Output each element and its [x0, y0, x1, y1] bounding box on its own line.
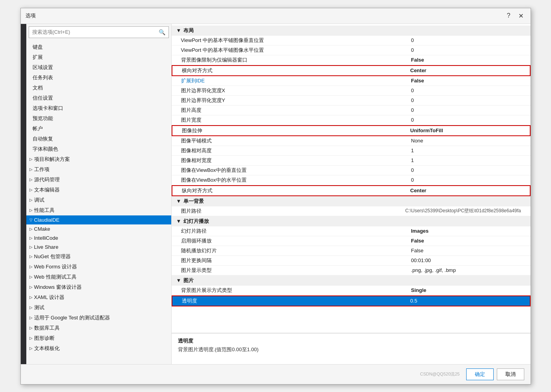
sidebar-item-tabs[interactable]: 选项卡和窗口 — [26, 103, 171, 113]
table-row-image-stretch[interactable]: 图像拉伸 UniformToFill — [172, 125, 531, 136]
setting-name: 随机播放幻灯片 — [181, 247, 411, 254]
section-images[interactable]: ▼ 图片 — [172, 275, 531, 286]
sidebar-group-debug[interactable]: ▷ 调试 — [26, 195, 171, 205]
sidebar-group-webforms[interactable]: ▷ Web Forms 设计器 — [26, 262, 171, 272]
sidebar-group-label: Live Share — [34, 244, 59, 250]
table-row[interactable]: ViewPort 中的基本平铺图像垂直位置 0 — [172, 36, 531, 46]
table-row[interactable]: 图片高度 0 — [172, 106, 531, 115]
sidebar-group-liveshare[interactable]: ▷ Live Share — [26, 242, 171, 252]
table-row[interactable]: ViewPort 中的基本平铺图像水平位置 0 — [172, 46, 531, 55]
help-button[interactable]: ? — [505, 11, 513, 20]
sidebar-group-nuget[interactable]: ▷ NuGet 包管理器 — [26, 252, 171, 262]
sidebar-group-label: XAML 设计器 — [34, 294, 65, 301]
setting-value: 0 — [411, 177, 521, 183]
chevron-right-icon: ▷ — [29, 177, 33, 182]
sidebar-group-label: Windows 窗体设计器 — [34, 284, 82, 291]
sidebar-group-winforms[interactable]: ▷ Windows 窗体设计器 — [26, 282, 171, 292]
sidebar-group-webperf[interactable]: ▷ Web 性能测试工具 — [26, 272, 171, 282]
sidebar-group-claudia[interactable]: ▽ ClaudialDE — [26, 215, 171, 224]
chevron-right-icon: ▷ — [29, 198, 33, 202]
sidebar-item-account[interactable]: 帐户 — [26, 124, 171, 134]
chevron-right-icon: ▷ — [29, 336, 33, 340]
settings-table: ▼ 布局 ViewPort 中的基本平铺图像垂直位置 0 ViewPort 中的… — [172, 24, 531, 333]
table-row-vertical-align[interactable]: 纵向对齐方式 Center — [172, 185, 531, 196]
close-button[interactable]: ✕ — [516, 11, 526, 20]
chevron-right-icon: ▷ — [29, 275, 33, 279]
dialog-title: 选项 — [26, 12, 36, 19]
sidebar-group-label: NuGet 包管理器 — [34, 253, 71, 260]
setting-name: ViewPort 中的基本平铺图像水平位置 — [181, 47, 411, 54]
sidebar-group-label: 文本编辑器 — [34, 186, 60, 193]
chevron-right-icon: ▷ — [29, 236, 33, 240]
sidebar-item-tasklist[interactable]: 任务列表 — [26, 73, 171, 83]
sidebar-group-graphics[interactable]: ▷ 图形诊断 — [26, 333, 171, 343]
sidebar-item-preview[interactable]: 预览功能 — [26, 113, 171, 124]
sidebar-item-locale[interactable]: 区域设置 — [26, 62, 171, 73]
table-row[interactable]: 随机播放幻灯片 False — [172, 246, 531, 256]
table-row[interactable]: 幻灯片路径 Images — [172, 226, 531, 236]
section-slideshow[interactable]: ▼ 幻灯片播放 — [172, 216, 531, 226]
chevron-right-icon: ▷ — [29, 245, 33, 249]
setting-name: 图片边界羽化宽度X — [181, 87, 411, 94]
section-singlebg[interactable]: ▼ 单一背景 — [172, 196, 531, 206]
sidebar-item-autorecover[interactable]: 自动恢复 — [26, 134, 171, 144]
dialog-footer: CSDN@QQ520流25 确定 取消 — [21, 364, 531, 384]
table-row[interactable]: 图片宽度 0 — [172, 115, 531, 125]
sidebar-group-sourcecontrol[interactable]: ▷ 源代码管理 — [26, 175, 171, 185]
table-row[interactable]: 图像相对高度 1 — [172, 146, 531, 156]
setting-value: False — [411, 248, 521, 253]
sidebar-group-label: 文本模板化 — [34, 345, 60, 352]
dialog-body: 🔍 键盘 扩展 区域设置 任务列表 文档 信任设置 选项卡和窗口 预览功能 帐户… — [21, 24, 531, 364]
table-row[interactable]: 图片路径 C:\Users\25399\Desktop\PC壁纸\t01d2f8… — [172, 206, 531, 216]
sidebar-item-docs[interactable]: 文档 — [26, 83, 171, 93]
search-box[interactable]: 🔍 — [29, 26, 169, 38]
sidebar-item-fonts[interactable]: 字体和颜色 — [26, 144, 171, 154]
sidebar-group-workitems[interactable]: ▷ 工作项 — [26, 164, 171, 175]
table-row[interactable]: 图片边界羽化宽度Y 0 — [172, 96, 531, 106]
sidebar-group-cmake[interactable]: ▷ CMake — [26, 224, 171, 233]
table-row[interactable]: 图像在ViewBox中的水平位置 0 — [172, 175, 531, 185]
search-input[interactable] — [32, 29, 159, 35]
sidebar-group-label: ClaudialDE — [34, 217, 60, 223]
sidebar-group-texteditor[interactable]: ▷ 文本编辑器 — [26, 185, 171, 195]
sidebar-group-project[interactable]: ▷ 项目和解决方案 — [26, 154, 171, 164]
collapse-icon: ▼ — [176, 27, 181, 33]
table-row[interactable]: 图像平铺模式 None — [172, 136, 531, 146]
table-row[interactable]: 图片更换间隔 00:01:00 — [172, 256, 531, 266]
sidebar-item-extensions[interactable]: 扩展 — [26, 52, 171, 62]
section-layout[interactable]: ▼ 布局 — [172, 26, 531, 36]
sidebar-group-googletest[interactable]: ▷ 适用于 Google Test 的测试适配器 — [26, 313, 171, 323]
sidebar-item-keyboard[interactable]: 键盘 — [26, 42, 171, 52]
table-row[interactable]: 启用循环播放 False — [172, 236, 531, 246]
sidebar-group-perf[interactable]: ▷ 性能工具 — [26, 205, 171, 215]
sidebar-group-xaml[interactable]: ▷ XAML 设计器 — [26, 292, 171, 303]
setting-name: 图像相对高度 — [181, 147, 411, 154]
table-row[interactable]: 图片显示类型 .png, .jpg, .gif, .bmp — [172, 266, 531, 275]
setting-value: 0 — [411, 88, 521, 93]
chevron-right-icon: ▷ — [29, 167, 33, 171]
cancel-button[interactable]: 取消 — [497, 368, 524, 380]
watermark-text: CSDN@QQ520流25 — [27, 368, 463, 380]
sidebar-item-trust[interactable]: 信任设置 — [26, 93, 171, 103]
setting-name: 幻灯片路径 — [181, 228, 411, 235]
setting-name: 图像在ViewBox中的水平位置 — [181, 177, 411, 184]
section-title: 图片 — [183, 277, 194, 284]
table-row[interactable]: 扩展到IDE False — [172, 76, 531, 86]
table-row[interactable]: 图像相对宽度 1 — [172, 156, 531, 166]
sidebar-group-dbtools[interactable]: ▷ 数据库工具 — [26, 323, 171, 333]
table-row-horizontal-align[interactable]: 横向对齐方式 Center — [172, 65, 531, 76]
table-row[interactable]: 背景图片展示方式类型 Single — [172, 286, 531, 295]
table-row[interactable]: 背景图像限制为仅编辑器窗口 False — [172, 55, 531, 65]
chevron-down-icon: ▽ — [29, 218, 33, 222]
sidebar-group-label: 性能工具 — [34, 207, 55, 214]
sidebar-group-test[interactable]: ▷ 测试 — [26, 303, 171, 313]
sidebar-group-label: 调试 — [34, 197, 44, 204]
confirm-button[interactable]: 确定 — [466, 368, 494, 380]
setting-name: 纵向对齐方式 — [182, 187, 410, 194]
sidebar-group-texttemplate[interactable]: ▷ 文本模板化 — [26, 343, 171, 354]
section-title: 布局 — [183, 27, 194, 34]
table-row[interactable]: 图片边界羽化宽度X 0 — [172, 86, 531, 96]
table-row-transparency[interactable]: 透明度 0.5 — [172, 295, 531, 306]
table-row[interactable]: 图像在ViewBox中的垂直位置 0 — [172, 166, 531, 175]
sidebar-group-intellicode[interactable]: ▷ IntelliCode — [26, 233, 171, 242]
